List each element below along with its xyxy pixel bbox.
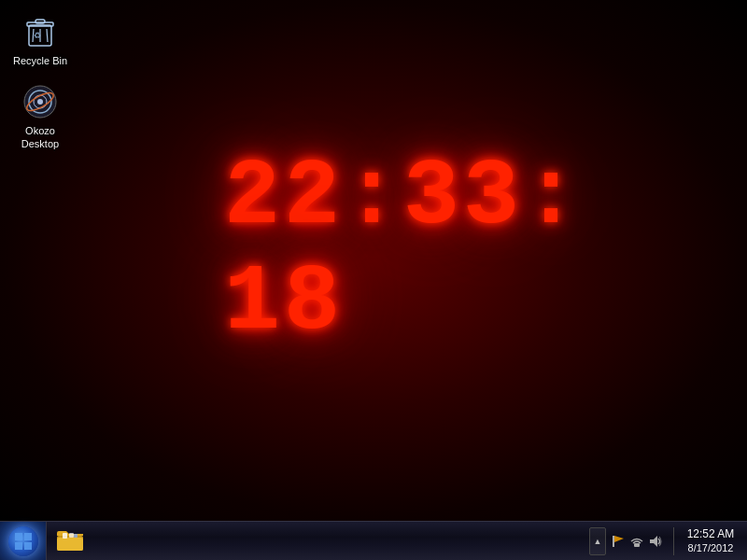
okozo-desktop-label: OkozoDesktop bbox=[11, 124, 69, 151]
tray-flag-icon[interactable] bbox=[610, 533, 627, 550]
taskbar: ▲ bbox=[0, 521, 747, 560]
tray-icons-area bbox=[610, 533, 664, 550]
svg-rect-18 bbox=[63, 533, 67, 539]
recycle-bin-label: Recycle Bin bbox=[11, 54, 69, 67]
svg-rect-13 bbox=[24, 533, 32, 540]
desktop-clock: 22:33: 18 bbox=[224, 145, 598, 356]
svg-rect-14 bbox=[15, 542, 22, 550]
tray-divider bbox=[673, 527, 674, 555]
tray-speaker-icon[interactable] bbox=[647, 533, 664, 550]
svg-marker-22 bbox=[614, 536, 624, 542]
tray-overflow-arrow[interactable]: ▲ bbox=[589, 527, 606, 555]
start-button[interactable] bbox=[0, 522, 47, 561]
tray-clock[interactable]: 12:52 AM 8/17/2012 bbox=[678, 522, 743, 561]
tray-network-icon[interactable] bbox=[628, 533, 645, 550]
system-tray: ▲ bbox=[589, 522, 747, 561]
svg-rect-19 bbox=[69, 533, 74, 538]
svg-rect-12 bbox=[15, 533, 22, 540]
svg-rect-20 bbox=[74, 534, 78, 538]
svg-rect-21 bbox=[613, 536, 614, 547]
taskbar-pinned-area bbox=[47, 522, 95, 561]
recycle-bin-image: ♻ bbox=[21, 13, 59, 50]
svg-line-3 bbox=[47, 29, 48, 42]
svg-marker-24 bbox=[650, 536, 657, 547]
recycle-bin-icon[interactable]: ♻ Recycle Bin bbox=[7, 9, 73, 71]
okozo-desktop-icon[interactable]: OkozoDesktop bbox=[7, 79, 73, 155]
svg-rect-5 bbox=[35, 20, 45, 23]
svg-point-10 bbox=[37, 99, 43, 105]
tray-date: 8/17/2012 bbox=[688, 541, 734, 554]
tray-overflow-icon: ▲ bbox=[594, 537, 602, 546]
windows-orb bbox=[8, 526, 38, 556]
tray-time: 12:52 AM bbox=[687, 527, 735, 542]
desktop: ♻ Recycle Bin OkozoDesktop 22:33: 18 bbox=[0, 0, 747, 521]
svg-rect-15 bbox=[24, 542, 32, 550]
taskbar-explorer-button[interactable] bbox=[51, 524, 91, 559]
svg-text:♻: ♻ bbox=[34, 31, 41, 40]
svg-rect-23 bbox=[634, 543, 640, 547]
svg-rect-17 bbox=[57, 538, 83, 551]
okozo-desktop-image bbox=[21, 83, 59, 120]
